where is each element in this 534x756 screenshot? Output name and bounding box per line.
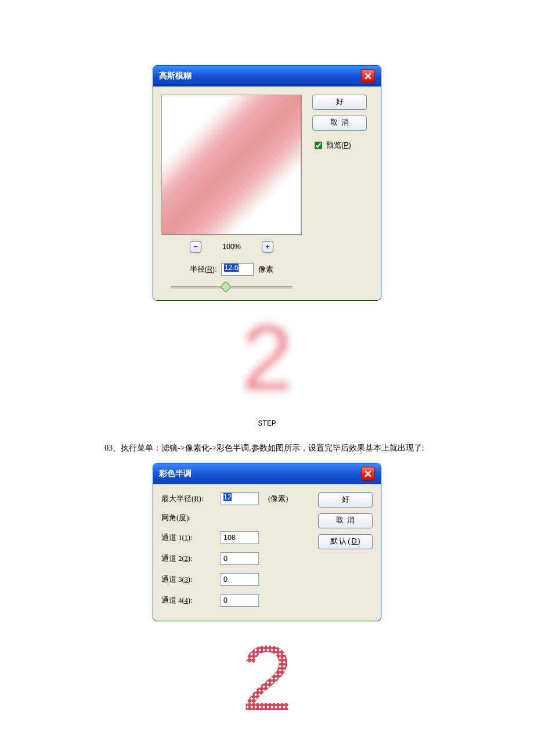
two-glyph: 2 bbox=[241, 305, 293, 409]
preview-content bbox=[161, 95, 302, 235]
defaults-button[interactable]: 默认(D) bbox=[318, 534, 373, 549]
channel2-input[interactable] bbox=[221, 552, 259, 565]
close-icon[interactable] bbox=[361, 69, 375, 83]
two-glyph: 2 bbox=[241, 632, 293, 725]
channel3-label: 通道 3(3): bbox=[161, 575, 215, 585]
gaussian-preview-area bbox=[161, 95, 302, 235]
halftone-two-figure: 2 bbox=[0, 632, 534, 725]
instruction-text: 03、执行菜单：滤镜->像素化->彩色半调,参数如图所示，设置完毕后效果基本上就… bbox=[104, 443, 476, 453]
radius-label: 半径(R): bbox=[190, 265, 217, 275]
radius-input[interactable]: 12.6 bbox=[221, 263, 254, 276]
channel4-label: 通道 4(4): bbox=[161, 596, 215, 606]
preview-checkbox[interactable] bbox=[315, 142, 322, 149]
gaussian-blur-dialog: 高斯模糊 − 100% + 半径(R): 12.6 bbox=[153, 65, 381, 301]
max-radius-label: 最大半径(R): bbox=[161, 494, 215, 504]
cancel-button[interactable]: 取消 bbox=[318, 513, 373, 528]
gaussian-title: 高斯模糊 bbox=[159, 71, 192, 81]
max-radius-unit: (像素) bbox=[268, 494, 288, 504]
halftone-titlebar[interactable]: 彩色半调 bbox=[153, 463, 381, 484]
gaussian-titlebar[interactable]: 高斯模糊 bbox=[153, 66, 381, 87]
color-halftone-dialog: 彩色半调 最大半径(R): 12 (像素) 网角(度): bbox=[153, 463, 381, 621]
radius-slider[interactable] bbox=[171, 284, 293, 290]
step-caption: STEP bbox=[0, 419, 534, 428]
ok-button[interactable]: 好 bbox=[312, 95, 367, 110]
grid-angle-label: 网角(度): bbox=[161, 513, 215, 523]
channel2-label: 通道 2(2): bbox=[161, 554, 215, 564]
channel3-input[interactable] bbox=[221, 573, 259, 586]
preview-checkbox-row[interactable]: 预览(P) bbox=[312, 140, 373, 151]
close-icon[interactable] bbox=[361, 467, 375, 481]
max-radius-input[interactable]: 12 bbox=[221, 492, 259, 505]
zoom-in-button[interactable]: + bbox=[262, 241, 273, 253]
ok-button[interactable]: 好 bbox=[318, 492, 373, 507]
slider-track bbox=[171, 286, 293, 289]
channel1-input[interactable] bbox=[221, 531, 259, 544]
slider-thumb[interactable] bbox=[220, 281, 232, 293]
preview-label: 预览(P) bbox=[326, 141, 351, 150]
halftone-title: 彩色半调 bbox=[159, 469, 192, 479]
zoom-percent-label: 100% bbox=[222, 243, 241, 251]
zoom-out-button[interactable]: − bbox=[190, 241, 201, 253]
channel1-label: 通道 1(1): bbox=[161, 533, 215, 543]
radius-unit: 像素 bbox=[258, 265, 273, 275]
cancel-button[interactable]: 取消 bbox=[312, 116, 367, 131]
channel4-input[interactable] bbox=[221, 594, 259, 607]
blurred-two-figure: 2 bbox=[0, 311, 534, 404]
